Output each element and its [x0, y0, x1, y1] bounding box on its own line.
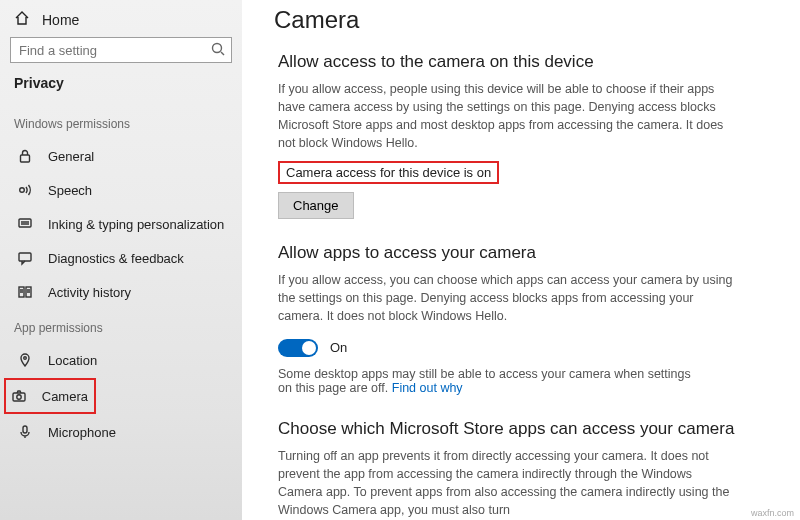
speech-icon — [16, 181, 34, 199]
section-desc: If you allow access, you can choose whic… — [278, 271, 738, 325]
home-label: Home — [42, 12, 79, 28]
sidebar-item-microphone[interactable]: Microphone — [10, 416, 232, 448]
find-out-why-link[interactable]: Find out why — [392, 381, 463, 395]
sidebar-item-label: General — [48, 149, 94, 164]
sidebar-item-inking[interactable]: Inking & typing personalization — [10, 208, 232, 240]
search-input[interactable] — [10, 37, 232, 63]
search-row — [10, 37, 232, 63]
permissions-group-label: Windows permissions — [10, 105, 232, 139]
content-area: Camera Allow access to the camera on thi… — [242, 0, 800, 520]
apps-access-toggle[interactable] — [278, 339, 318, 357]
sidebar-item-camera[interactable]: Camera — [4, 378, 96, 414]
svg-rect-10 — [23, 426, 27, 433]
note-text: Some desktop apps may still be able to a… — [278, 367, 691, 395]
section-title: Allow apps to access your camera — [278, 243, 770, 263]
sidebar-item-label: Diagnostics & feedback — [48, 251, 184, 266]
sidebar-item-diagnostics[interactable]: Diagnostics & feedback — [10, 242, 232, 274]
section-store-apps: Choose which Microsoft Store apps can ac… — [278, 419, 770, 520]
home-icon — [14, 10, 30, 29]
app-permissions-group-label: App permissions — [10, 309, 232, 343]
sidebar-item-label: Activity history — [48, 285, 131, 300]
camera-access-status: Camera access for this device is on — [278, 161, 499, 184]
section-app-access: Allow apps to access your camera If you … — [278, 243, 770, 395]
camera-icon — [10, 387, 28, 405]
section-desc: If you allow access, people using this d… — [278, 80, 738, 153]
page-title: Camera — [274, 6, 770, 34]
sidebar: Home Privacy Windows permissions General… — [0, 0, 242, 520]
activity-icon — [16, 283, 34, 301]
svg-rect-3 — [19, 219, 31, 227]
svg-rect-4 — [19, 253, 31, 261]
section-title: Allow access to the camera on this devic… — [278, 52, 770, 72]
svg-rect-1 — [21, 155, 30, 162]
svg-point-2 — [20, 188, 25, 193]
location-icon — [16, 351, 34, 369]
sidebar-item-location[interactable]: Location — [10, 344, 232, 376]
change-button[interactable]: Change — [278, 192, 354, 219]
lock-icon — [16, 147, 34, 165]
sidebar-item-label: Location — [48, 353, 97, 368]
microphone-icon — [16, 423, 34, 441]
sidebar-item-label: Speech — [48, 183, 92, 198]
sidebar-item-label: Inking & typing personalization — [48, 217, 224, 232]
sidebar-item-general[interactable]: General — [10, 140, 232, 172]
section-device-access: Allow access to the camera on this devic… — [278, 52, 770, 219]
sidebar-item-label: Microphone — [48, 425, 116, 440]
home-nav[interactable]: Home — [10, 6, 232, 35]
desktop-apps-note: Some desktop apps may still be able to a… — [278, 367, 708, 395]
feedback-icon — [16, 249, 34, 267]
section-desc: Turning off an app prevents it from dire… — [278, 447, 738, 520]
section-title: Choose which Microsoft Store apps can ac… — [278, 419, 770, 439]
toggle-row: On — [278, 339, 770, 357]
inking-icon — [16, 215, 34, 233]
sidebar-item-activity[interactable]: Activity history — [10, 276, 232, 308]
sidebar-item-label: Camera — [42, 389, 88, 404]
svg-point-9 — [17, 395, 21, 399]
watermark: waxfn.com — [751, 508, 794, 518]
status-row: Camera access for this device is on — [278, 161, 770, 184]
svg-point-7 — [24, 357, 27, 360]
privacy-category: Privacy — [10, 73, 232, 105]
toggle-state-label: On — [330, 340, 347, 355]
sidebar-item-speech[interactable]: Speech — [10, 174, 232, 206]
